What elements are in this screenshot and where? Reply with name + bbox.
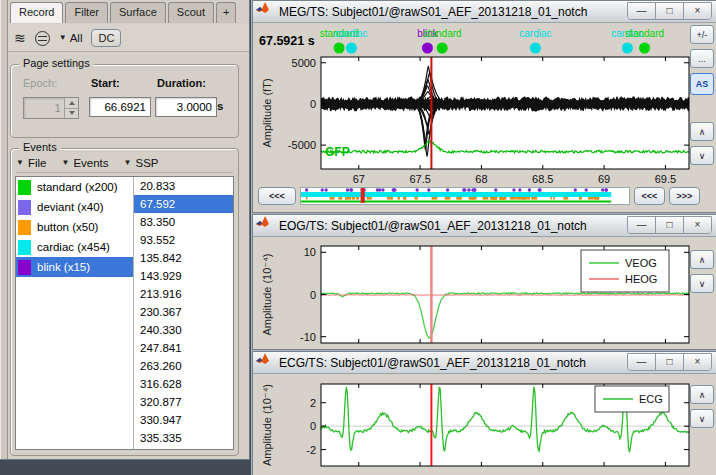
- blink-event-dot: [584, 188, 587, 191]
- timeline-previous-button[interactable]: <<<: [634, 187, 665, 205]
- menu-events[interactable]: ▼ Events: [61, 157, 108, 169]
- menu-file[interactable]: ▼ File: [16, 157, 46, 169]
- blink-event-dot: [346, 188, 349, 191]
- flip-scale-button[interactable]: +/-: [690, 25, 714, 44]
- event-time-row[interactable]: 143.929: [134, 267, 233, 285]
- event-color-swatch: [18, 200, 31, 215]
- button-event-dash: [338, 197, 342, 200]
- blink-event-dot: [574, 188, 577, 191]
- ecg-plot[interactable]: 20-2Amplitude (10⁻⁴)ECG: [255, 374, 693, 475]
- meg-plot[interactable]: 6767.56868.56969.550000-5000Amplitude (f…: [255, 23, 693, 183]
- event-time-row[interactable]: 335.335: [134, 429, 233, 447]
- meg-button-column: +/- ... AS ∧ ∨: [690, 25, 714, 170]
- button-event-dash: [471, 197, 476, 200]
- event-time-row[interactable]: 240.330: [134, 321, 233, 339]
- event-marker-dot[interactable]: [530, 43, 541, 54]
- eog-titlebar[interactable]: EOG/TS: Subject01/@rawS01_AEF_20131218_0…: [253, 215, 716, 237]
- event-marker-dot[interactable]: [639, 43, 650, 54]
- duration-label: Duration:: [157, 77, 206, 89]
- event-time-row[interactable]: 263.260: [134, 357, 233, 375]
- recording-timeline[interactable]: [300, 187, 630, 205]
- tab-filter[interactable]: Filter: [65, 2, 107, 23]
- blink-event-dot: [349, 188, 352, 191]
- scale-up-button[interactable]: ∧: [690, 250, 714, 269]
- event-time-row[interactable]: 67.592: [134, 195, 233, 213]
- button-event-dash: [405, 197, 407, 200]
- eog-plot[interactable]: 100-10Amplitude (10⁻⁴)VEOGHEOG: [255, 237, 693, 348]
- scale-down-button[interactable]: ∨: [690, 146, 714, 165]
- event-time-row[interactable]: 320.877: [134, 393, 233, 411]
- montage-selector[interactable]: ▼ All: [59, 32, 83, 44]
- scale-down-button[interactable]: ∨: [690, 409, 714, 428]
- button-event-dash: [445, 197, 451, 200]
- scale-up-button[interactable]: ∧: [690, 385, 714, 404]
- tab-surface[interactable]: Surface: [110, 2, 166, 23]
- panel-splitter[interactable]: [0, 0, 8, 459]
- spinner-down-icon[interactable]: [65, 109, 78, 119]
- dc-offset-button[interactable]: DC: [91, 29, 121, 47]
- event-time-row[interactable]: 316.628: [134, 375, 233, 393]
- ecg-titlebar[interactable]: ECG/TS: Subject01/@rawS01_AEF_20131218_0…: [253, 352, 716, 374]
- page-previous-button[interactable]: <<<: [258, 187, 296, 205]
- event-time-row[interactable]: 247.841: [134, 339, 233, 357]
- window-title: ECG/TS: Subject01/@rawS01_AEF_20131218_0…: [279, 356, 621, 370]
- blink-event-dot: [601, 188, 604, 191]
- meg-titlebar[interactable]: MEG/TS: Subject01/@rawS01_AEF_20131218_0…: [253, 1, 716, 23]
- autoscale-button[interactable]: AS: [690, 73, 714, 95]
- tab-scout[interactable]: Scout: [168, 2, 214, 23]
- event-time-row[interactable]: 135.842: [134, 249, 233, 267]
- ecg-window: ECG/TS: Subject01/@rawS01_AEF_20131218_0…: [252, 351, 716, 475]
- more-options-button[interactable]: ...: [690, 49, 714, 68]
- event-type-row[interactable]: deviant (x40): [16, 197, 133, 217]
- event-type-row[interactable]: button (x50): [16, 217, 133, 237]
- event-marker-dot[interactable]: [334, 43, 345, 54]
- event-time-row[interactable]: 83.350: [134, 213, 233, 231]
- event-time-row[interactable]: 20.833: [134, 177, 233, 195]
- tab-add[interactable]: +: [216, 2, 236, 23]
- eog-content: 100-10Amplitude (10⁻⁴)VEOGHEOG ∧ ∨: [253, 237, 716, 349]
- events-menubar: ▼ File ▼ Events ▼ SSP: [16, 154, 233, 173]
- event-color-swatch: [18, 240, 31, 255]
- close-button[interactable]: ×: [684, 354, 711, 370]
- spinner-up-icon[interactable]: [65, 98, 78, 109]
- menu-ssp[interactable]: ▼ SSP: [124, 157, 159, 169]
- scale-up-button[interactable]: ∧: [690, 122, 714, 141]
- maximize-button[interactable]: □: [656, 3, 684, 19]
- events-group: Events ▼ File ▼ Events ▼ SSP standard (x…: [10, 148, 239, 456]
- duration-input[interactable]: [155, 97, 217, 117]
- event-time-row[interactable]: 93.552: [134, 231, 233, 249]
- event-time-row[interactable]: 213.916: [134, 285, 233, 303]
- event-marker-dot[interactable]: [437, 43, 448, 54]
- event-marker-dot[interactable]: [622, 43, 633, 54]
- event-marker-label: cardiac: [519, 28, 551, 39]
- timeline-cursor[interactable]: [361, 188, 365, 203]
- event-time-row[interactable]: 230.367: [134, 303, 233, 321]
- start-label: Start:: [91, 77, 120, 89]
- maximize-button[interactable]: □: [656, 217, 684, 233]
- y-tick-label: 5000: [292, 57, 316, 69]
- close-button[interactable]: ×: [684, 3, 711, 19]
- start-input[interactable]: [89, 97, 151, 117]
- button-event-dash: [531, 197, 537, 200]
- montage-wave-icon[interactable]: ≋: [14, 31, 26, 45]
- epoch-spinner[interactable]: 1: [23, 97, 79, 119]
- dropdown-arrow-icon: ▼: [59, 34, 67, 42]
- event-time-row[interactable]: 330.947: [134, 411, 233, 429]
- scale-down-button[interactable]: ∨: [690, 274, 714, 293]
- timeline-next-button[interactable]: >>>: [669, 187, 700, 205]
- y-tick-label: 0: [310, 420, 316, 432]
- close-button[interactable]: ×: [684, 217, 711, 233]
- event-marker-dot[interactable]: [422, 43, 433, 54]
- event-type-row[interactable]: cardiac (x454): [16, 237, 133, 257]
- maximize-button[interactable]: □: [656, 354, 684, 370]
- event-type-row[interactable]: blink (x15): [16, 257, 133, 277]
- event-type-row[interactable]: standard (x200): [16, 177, 133, 197]
- event-marker-dot[interactable]: [346, 43, 357, 54]
- minimize-button[interactable]: —: [628, 354, 656, 370]
- minimize-button[interactable]: —: [628, 217, 656, 233]
- minimize-button[interactable]: —: [628, 3, 656, 19]
- record-toolbar: ≋ ▼ All DC: [14, 27, 121, 49]
- display-options-icon[interactable]: [35, 31, 50, 46]
- tab-record[interactable]: Record: [10, 2, 63, 23]
- button-event-dash: [483, 197, 489, 200]
